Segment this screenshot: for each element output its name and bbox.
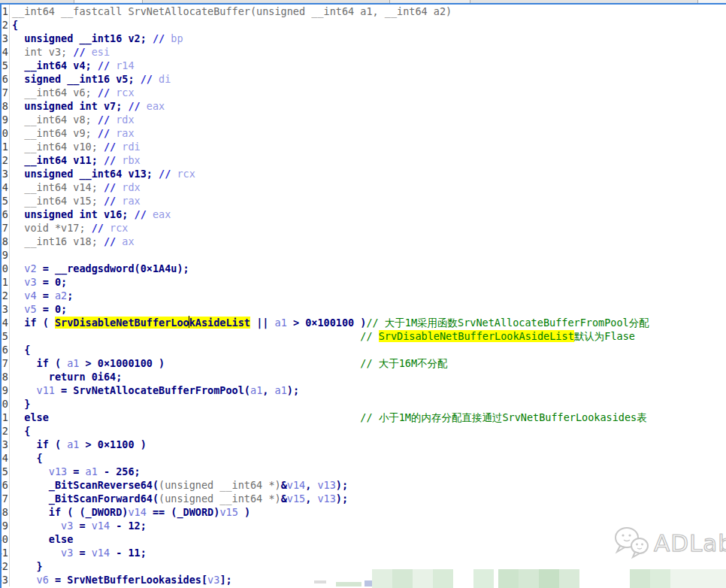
code-token: __int64 v9;: [12, 127, 98, 139]
code-line[interactable]: 4 int v3; // esi: [0, 45, 726, 59]
code-token: //: [159, 168, 177, 180]
redaction-block: [473, 569, 494, 588]
pseudocode-view[interactable]: 1__int64 __fastcall SrvNetAllocateBuffer…: [0, 5, 726, 586]
code-line[interactable]: 24 if ( SrvDisableNetBufferLookAsideList…: [0, 316, 726, 329]
code-token: __int64 v6;: [12, 86, 98, 99]
code-line[interactable]: 12 __int64 v11; // rbx: [0, 153, 726, 167]
code-token: //: [98, 127, 116, 139]
code-token: rcx: [177, 168, 195, 180]
watermark-label: ADLab: [654, 529, 726, 556]
code-token: v15: [287, 493, 305, 505]
code-line[interactable]: 18 __int16 v18; // ax: [0, 235, 726, 248]
code-token: //: [98, 114, 116, 126]
code-token: );: [336, 479, 348, 491]
code-token: = SrvNetBufferLookasides[: [49, 574, 207, 586]
code-token: //: [104, 181, 122, 193]
code-line[interactable]: 25 // SrvDisableNetBufferLookAsideList默认…: [0, 329, 726, 343]
redaction-block: [630, 569, 650, 588]
code-token: di: [159, 73, 171, 85]
code-line[interactable]: 14 __int64 v14; // rdx: [0, 180, 726, 194]
code-line[interactable]: 27 if ( a1 > 0×1000100 ) // 大于16M不分配: [0, 356, 726, 370]
code-token: = 0;: [37, 276, 68, 288]
code-line[interactable]: 32 {: [0, 424, 726, 438]
code-token: ,: [262, 384, 274, 396]
code-token: v14: [92, 547, 110, 559]
code-token: //: [104, 154, 122, 166]
code-token: kAsideList: [189, 317, 250, 329]
code-line[interactable]: 23 v5 = 0;: [0, 302, 726, 316]
code-line[interactable]: 22 v4 = a2;: [0, 289, 726, 302]
code-line[interactable]: 10 __int64 v9; // rax: [0, 126, 726, 140]
code-token: );: [336, 493, 348, 505]
code-token: v13: [12, 465, 67, 477]
redaction-block: [650, 569, 670, 588]
code-token: - 11;: [110, 547, 147, 559]
code-line[interactable]: 5 __int64 v4; // r14: [0, 59, 726, 72]
code-token: v14: [287, 479, 305, 491]
code-token: //: [104, 235, 122, 247]
code-line[interactable]: 31 else // 小于1M的内存分配直接通过SrvNetBufferLook…: [0, 411, 726, 424]
code-line[interactable]: 29 v11 = SrvNetAllocateBufferFromPool(a1…: [0, 383, 726, 397]
redaction-block: [392, 569, 413, 588]
code-token: - 256;: [98, 465, 141, 477]
code-line[interactable]: 8 unsigned int v7; // eax: [0, 99, 726, 113]
code-line[interactable]: 16 unsigned int v16; // eax: [0, 208, 726, 221]
code-token: ||: [250, 317, 275, 329]
code-token: v6: [12, 574, 49, 586]
code-line[interactable]: 2{: [0, 18, 726, 32]
code-line[interactable]: 3 unsigned __int16 v2; // bp: [0, 32, 726, 45]
code-token: unsigned int v16;: [12, 208, 135, 220]
code-token: __int16 v18;: [12, 235, 104, 247]
code-token: v11: [12, 384, 55, 396]
code-token: unsigned __int16 v2;: [12, 32, 153, 44]
code-line[interactable]: 6 signed __int16 v5; // di: [0, 72, 726, 86]
code-line[interactable]: 13 unsigned __int64 v13; // rcx: [0, 167, 726, 180]
code-line[interactable]: 30 }: [0, 397, 726, 411]
adlab-watermark: ADLab: [612, 525, 726, 561]
code-token: - 12;: [110, 520, 147, 532]
code-token: (unsigned __int64 *): [159, 493, 281, 505]
code-line[interactable]: 35 v13 = a1 - 256;: [0, 465, 726, 478]
code-token: __int64 v11;: [12, 154, 104, 166]
code-line[interactable]: 21 v3 = 0;: [0, 275, 726, 289]
code-token: a2: [55, 289, 67, 302]
code-token: {: [12, 344, 30, 356]
code-line[interactable]: 42 }: [0, 559, 726, 573]
code-line[interactable]: 28 return 0i64;: [0, 370, 726, 383]
code-token: unsigned int v7;: [12, 100, 128, 112]
code-line[interactable]: 19: [0, 248, 726, 262]
code-token: //: [73, 46, 91, 58]
code-line[interactable]: 36 _BitScanReverse64((unsigned __int64 *…: [0, 478, 726, 492]
code-token: v2: [12, 262, 37, 274]
code-token: else: [12, 533, 73, 545]
code-token: int v3;: [12, 46, 73, 58]
code-token: __int64 __fastcall SrvNetAllocateBuffer(…: [12, 5, 452, 17]
code-line[interactable]: 9 __int64 v8; // rdx: [0, 113, 726, 126]
code-token: > 0×1100 ): [79, 438, 146, 450]
code-line[interactable]: 15 __int64 v15; // rax: [0, 194, 726, 208]
code-token: void *v17;: [12, 222, 92, 234]
code-line[interactable]: 43 v6 = SrvNetBufferLookasides[v3];: [0, 573, 726, 586]
code-token: v5: [12, 303, 37, 315]
code-line[interactable]: 11 __int64 v10; // rdi: [0, 140, 726, 153]
code-token: //: [135, 208, 153, 220]
code-token: return 0i64;: [12, 371, 122, 383]
code-line[interactable]: 17 void *v17; // rcx: [0, 221, 726, 235]
code-token: =: [73, 520, 91, 532]
code-token: // 小于1M的内存分配直接通过SrvNetBufferLookasides表: [49, 411, 647, 423]
code-line[interactable]: 7 __int64 v6; // rcx: [0, 86, 726, 99]
code-token: __int64 v8;: [12, 114, 98, 126]
code-line[interactable]: 33 if ( a1 > 0×1100 ): [0, 438, 726, 451]
code-line[interactable]: 1__int64 __fastcall SrvNetAllocateBuffer…: [0, 5, 726, 18]
code-line[interactable]: 20 v2 = __readgsdword(0×1A4u);: [0, 262, 726, 275]
redaction-block: [498, 569, 519, 588]
code-token: {: [12, 452, 43, 464]
code-line[interactable]: 26 {: [0, 343, 726, 356]
code-token: //: [153, 32, 171, 44]
code-line[interactable]: 37 _BitScanForward64((unsigned __int64 *…: [0, 492, 726, 505]
code-token: esi: [92, 46, 110, 58]
code-token: unsigned __int64 v13;: [12, 168, 159, 180]
code-line[interactable]: 38 if ( (_DWORD)v14 == (_DWORD)v15 ): [0, 505, 726, 519]
code-line[interactable]: 34 {: [0, 451, 726, 465]
code-token: = __readgsdword(0×1A4u);: [37, 262, 189, 274]
